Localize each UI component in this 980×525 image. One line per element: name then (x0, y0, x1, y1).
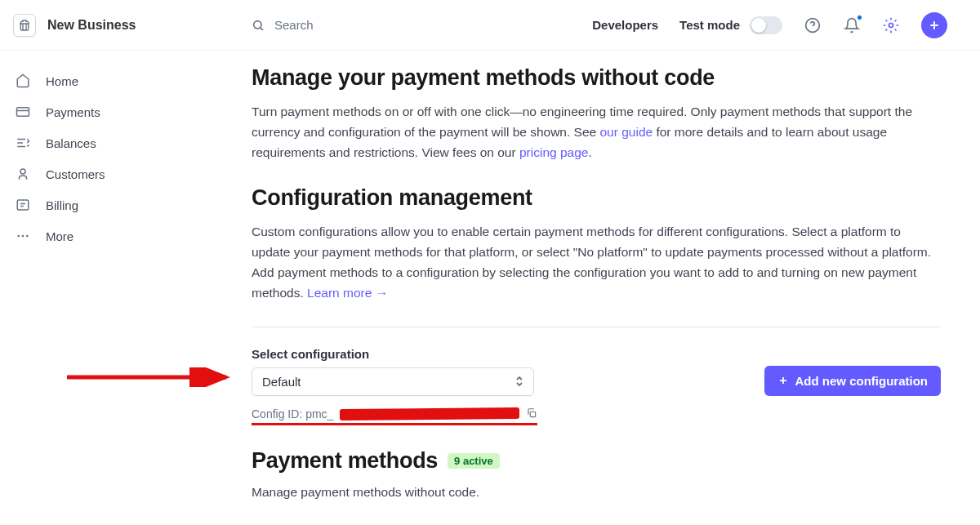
learn-more-link[interactable]: Learn more → (307, 286, 388, 300)
home-icon (15, 73, 31, 88)
toggle-knob (751, 18, 766, 33)
section2-body: Custom configurations allow you to enabl… (252, 222, 941, 303)
test-mode-toggle[interactable] (750, 16, 782, 34)
active-badge: 9 active (448, 453, 500, 469)
developers-link[interactable]: Developers (592, 18, 658, 32)
notification-dot (857, 15, 862, 20)
config-id-row: Config ID: pmc_ (252, 407, 537, 425)
sidebar-item-label: More (46, 229, 74, 243)
search-input[interactable] (274, 18, 438, 32)
sidebar-item-customers[interactable]: Customers (0, 158, 229, 189)
our-guide-link[interactable]: our guide (600, 125, 653, 139)
plus-icon (777, 375, 789, 386)
sidebar-item-label: Billing (46, 198, 78, 212)
pricing-page-link[interactable]: pricing page (519, 145, 588, 159)
brand-name: New Business (47, 18, 136, 33)
svg-point-4 (20, 169, 25, 174)
payment-methods-title: Payment methods (252, 448, 438, 474)
notifications-icon[interactable] (843, 16, 861, 34)
svg-point-8 (26, 235, 29, 238)
section1-title: Manage your payment methods without code (252, 65, 941, 91)
svg-point-7 (22, 235, 24, 238)
svg-point-0 (254, 20, 261, 28)
sidebar-item-balances[interactable]: Balances (0, 127, 229, 158)
svg-rect-5 (17, 200, 29, 210)
svg-rect-3 (17, 108, 29, 117)
main-content: Manage your payment methods without code… (229, 0, 980, 525)
balances-icon (15, 136, 31, 150)
more-icon (15, 229, 31, 243)
settings-icon[interactable] (882, 16, 900, 34)
svg-rect-9 (530, 412, 535, 416)
sidebar-item-label: Payments (46, 105, 100, 119)
copy-icon[interactable] (526, 407, 537, 421)
sidebar-item-more[interactable]: More (0, 220, 229, 251)
section1-body: Turn payment methods on or off with one … (252, 102, 941, 162)
customers-icon (15, 167, 31, 181)
brand-area[interactable]: New Business (0, 14, 229, 37)
add-new-configuration-button[interactable]: Add new configuration (764, 366, 942, 396)
payment-methods-subtitle: Manage payment methods without code. (252, 485, 941, 500)
chevron-updown-icon (515, 376, 523, 387)
section2-title: Configuration management (252, 185, 941, 211)
test-mode-label: Test mode (679, 18, 740, 32)
redacted-value (340, 407, 519, 420)
help-icon[interactable] (804, 16, 822, 34)
select-value: Default (262, 375, 301, 389)
payments-icon (15, 105, 31, 119)
svg-point-6 (17, 235, 20, 238)
configuration-select[interactable]: Default (252, 367, 534, 396)
config-id-label: Config ID: pmc_ (252, 407, 333, 420)
select-configuration-label: Select configuration (252, 347, 764, 361)
sidebar-item-payments[interactable]: Payments (0, 96, 229, 127)
sidebar-item-label: Balances (46, 136, 96, 150)
create-button[interactable] (921, 12, 947, 38)
search-area[interactable] (229, 18, 592, 32)
sidebar-item-label: Home (46, 74, 78, 88)
sidebar: Home Payments Balances Customers Billing… (0, 0, 229, 525)
search-icon (252, 19, 265, 32)
sidebar-item-label: Customers (46, 167, 105, 181)
divider (252, 327, 941, 327)
billing-icon (15, 198, 31, 212)
sidebar-item-home[interactable]: Home (0, 65, 229, 96)
brand-logo (13, 14, 36, 37)
svg-point-2 (889, 23, 893, 27)
sidebar-item-billing[interactable]: Billing (0, 189, 229, 220)
